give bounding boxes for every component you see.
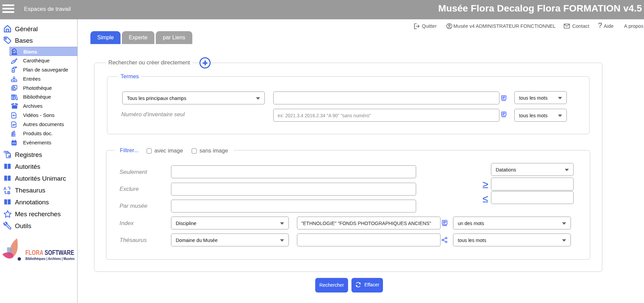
svg-text:B: B [7, 190, 10, 195]
svg-text:A: A [3, 186, 6, 191]
